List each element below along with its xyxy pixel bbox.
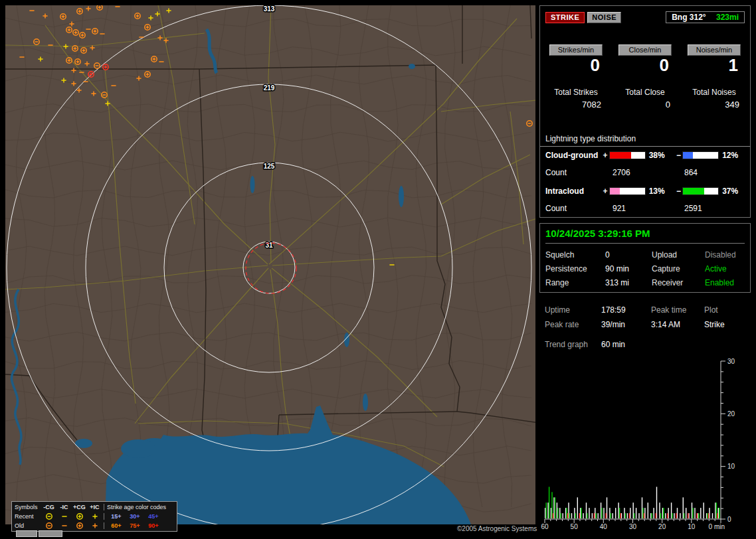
strike-button[interactable]: STRIKE [545, 12, 585, 23]
uptime-label: Uptime [545, 305, 601, 315]
age-code: 45+ [144, 513, 163, 520]
svg-text:20: 20 [658, 523, 666, 530]
p-symbol-icon [90, 512, 100, 520]
m-symbol-icon [60, 522, 69, 530]
total-noises-value: 349 [684, 100, 745, 110]
taskbar-chip-1[interactable] [16, 530, 37, 537]
legend-symbols-header: Symbols [13, 504, 41, 510]
plot-value: Strike [704, 320, 745, 329]
strikes-per-min-chip[interactable]: Strikes/min [549, 44, 603, 56]
setting-cell: Squelch [545, 250, 605, 260]
svg-text:30: 30 [629, 523, 637, 530]
age-code: 90+ [144, 522, 163, 529]
legend-row: Old60+75+90+ [13, 521, 175, 530]
setting-cell: Upload [652, 250, 705, 260]
p-symbol-icon [90, 522, 100, 530]
status-panel: 10/24/2025 3:29:16 PM Squelch0UploadDisa… [539, 223, 751, 293]
svg-text:60: 60 [541, 523, 549, 530]
legend-col-pos-cg: +CG [72, 504, 87, 510]
bearing-display: Bng 312° 323mi [666, 11, 745, 23]
setting-cell: Receiver [652, 278, 705, 287]
setting-cell: Enabled [705, 278, 745, 287]
total-strikes-value: 7082 [545, 100, 607, 110]
noises-per-min-chip[interactable]: Noises/min [688, 44, 741, 56]
svg-text:30: 30 [727, 358, 735, 365]
strikes-per-min-value: 0 [545, 55, 607, 75]
uptime-value: 178:59 [601, 305, 651, 315]
datetime-display: 10/24/2025 3:29:16 PM [545, 228, 745, 244]
setting-cell: Active [705, 264, 745, 273]
session-stats: Uptime 178:59 Peak time Plot Peak rate 3… [545, 305, 745, 349]
trend-graph-label: Trend graph [545, 340, 601, 349]
svg-text:40: 40 [600, 523, 608, 530]
svg-text:219: 219 [264, 84, 275, 92]
distribution-title: Lightning type distribution [540, 134, 750, 147]
peak-rate-label: Peak rate [545, 320, 601, 329]
noise-button[interactable]: NOISE [587, 12, 621, 23]
peak-time-label: Peak time [651, 305, 704, 315]
setting-cell: Capture [652, 264, 705, 273]
count-row: Count2706864 [545, 168, 745, 177]
setting-cell: 313 mi [605, 278, 652, 287]
svg-text:0: 0 [727, 516, 731, 523]
legend-col-neg-ic: -IC [56, 504, 72, 510]
total-noises-label: Total Noises [684, 88, 745, 97]
strike-stats-panel: STRIKE NOISE Bng 312° 323mi Strikes/min … [539, 5, 751, 218]
pc-symbol-icon [75, 512, 84, 520]
svg-text:10: 10 [688, 523, 696, 530]
distribution-row: Intracloud+13%−37% [545, 187, 745, 196]
legend-col-pos-ic: +IC [87, 504, 102, 510]
svg-text:0 min: 0 min [709, 523, 725, 530]
plot-label: Plot [704, 305, 745, 315]
setting-cell: 90 min [605, 264, 652, 273]
age-code: 30+ [126, 513, 144, 520]
distribution-row: Cloud-ground+38%−12% [545, 151, 745, 160]
peak-rate-value: 39/min [601, 320, 651, 329]
svg-text:10: 10 [727, 463, 735, 470]
peak-time-value: 3:14 AM [651, 320, 704, 329]
mc-symbol-icon [45, 522, 54, 530]
setting-cell: 0 [605, 250, 652, 260]
legend-age-header: Strike age color codes [104, 504, 175, 510]
trend-graph-value: 60 min [601, 340, 745, 349]
age-code: 60+ [107, 522, 126, 529]
legend-row: Recent15+30+45+ [13, 512, 175, 521]
close-per-min-chip[interactable]: Close/min [618, 44, 672, 56]
close-per-min-value: 0 [614, 55, 676, 75]
m-symbol-icon [60, 512, 69, 520]
strike-legend: Symbols -CG -IC +CG +IC Strike age color… [11, 501, 177, 532]
bearing-label: Bng 312° [672, 13, 706, 22]
setting-cell: Persistence [545, 264, 605, 273]
trend-chart: 30201006050403020100 min [540, 357, 754, 538]
taskbar-chip-2[interactable] [39, 530, 62, 537]
svg-text:50: 50 [571, 523, 579, 530]
count-row: Count9212591 [545, 204, 745, 213]
mc-symbol-icon [45, 512, 54, 520]
total-close-label: Total Close [614, 88, 676, 97]
lightning-map[interactable]: 31321912531 [5, 5, 535, 524]
svg-text:125: 125 [264, 163, 275, 170]
bearing-value: 323mi [716, 13, 739, 22]
copyright: ©2005 Astrogenic Systems [457, 525, 537, 532]
total-close-value: 0 [614, 100, 676, 110]
svg-text:313: 313 [264, 5, 275, 13]
age-code: 75+ [126, 522, 144, 529]
svg-text:20: 20 [727, 410, 735, 418]
legend-col-neg-cg: -CG [41, 504, 56, 510]
trend-axes [545, 361, 725, 523]
setting-cell: Disabled [705, 250, 745, 260]
setting-cell: Range [545, 278, 605, 287]
map-view[interactable]: 31321912531 [5, 5, 535, 524]
settings-grid: Squelch0UploadDisabledPersistence90 minC… [545, 250, 745, 287]
age-code: 15+ [107, 513, 126, 520]
pc-symbol-icon [75, 522, 84, 530]
total-strikes-label: Total Strikes [545, 88, 607, 97]
noises-per-min-value: 1 [684, 55, 745, 75]
